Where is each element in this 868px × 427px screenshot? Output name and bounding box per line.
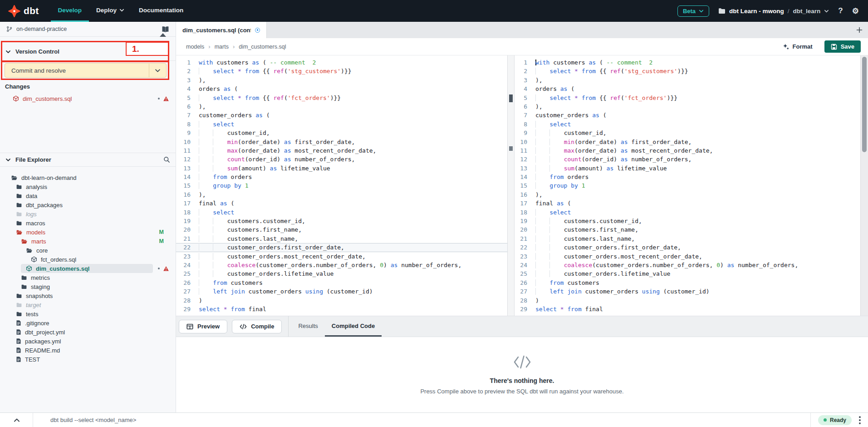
code-line-10[interactable]: 10 min(order_date) as first_order_date, xyxy=(515,138,860,146)
code-line-1[interactable]: 1with customers as ( -- comment 2 xyxy=(176,58,507,67)
code-line-17[interactable]: 17final as ( xyxy=(176,199,507,208)
code-line-23[interactable]: 23 customer_orders.most_recent_order_dat… xyxy=(176,252,507,261)
file-explorer-header[interactable]: File Explorer xyxy=(0,153,176,167)
breadcrumb-item[interactable]: marts xyxy=(215,44,229,50)
code-line-20[interactable]: 20 customers.first_name, xyxy=(515,225,860,234)
file-tree-item-packages-yml[interactable]: packages.yml xyxy=(0,337,176,346)
file-tree-item-readme-md[interactable]: README.md xyxy=(0,346,176,355)
code-line-4[interactable]: 4orders as ( xyxy=(176,84,507,93)
file-tree-item--gitignore[interactable]: .gitignore xyxy=(0,318,176,328)
vertical-scrollbar[interactable] xyxy=(860,55,868,316)
commit-and-resolve-button[interactable]: Commit and resolve xyxy=(5,63,167,78)
code-line-15[interactable]: 15 group by 1 xyxy=(176,181,507,190)
code-line-19[interactable]: 19 customers.customer_id, xyxy=(176,217,507,225)
compile-button[interactable]: Compile xyxy=(232,320,282,333)
code-pane-right[interactable]: 1with customers as ( -- comment 22 selec… xyxy=(515,55,860,316)
file-tree-item-dbt-packages[interactable]: dbt_packages xyxy=(0,200,176,209)
code-line-13[interactable]: 13 sum(amount) as lifetime_value xyxy=(176,164,507,173)
code-line-6[interactable]: 6), xyxy=(515,102,860,111)
file-tree-item-data[interactable]: data xyxy=(0,191,176,200)
code-line-9[interactable]: 9 customer_id, xyxy=(176,129,507,137)
code-line-4[interactable]: 4orders as ( xyxy=(515,84,860,93)
branch-selector[interactable]: on-demand-practice xyxy=(0,22,176,37)
command-input[interactable]: dbt build --select <model_name> xyxy=(50,417,136,423)
code-line-24[interactable]: 24 coalesce(customer_orders.number_of_or… xyxy=(176,261,507,269)
nav-item-develop[interactable]: Develop xyxy=(51,0,89,22)
file-tree-item-macros[interactable]: macros xyxy=(0,218,176,228)
file-tree-item-metrics[interactable]: metrics xyxy=(0,273,176,282)
beta-dropdown[interactable]: Beta xyxy=(677,5,709,17)
docs-book-icon[interactable] xyxy=(162,26,169,33)
code-line-2[interactable]: 2 select * from {{ ref('stg_customers')}… xyxy=(515,67,860,75)
file-tree-item-core[interactable]: core xyxy=(0,246,176,255)
collapse-panel-icon[interactable] xyxy=(14,418,20,422)
nav-item-documentation[interactable]: Documentation xyxy=(132,0,191,22)
code-line-22[interactable]: 22 customer_orders.first_order_date, xyxy=(176,243,507,252)
code-pane-left[interactable]: 1with customers as ( -- comment 22 selec… xyxy=(176,55,507,316)
code-line-28[interactable]: 28) xyxy=(515,296,860,305)
account-selector[interactable]: dbt Learn - mwong / dbt_learn xyxy=(718,8,829,15)
code-line-8[interactable]: 8 select xyxy=(515,120,860,129)
file-tree-item-target[interactable]: target xyxy=(0,300,176,309)
code-line-29[interactable]: 29select * from final xyxy=(515,305,860,313)
preview-button[interactable]: Preview xyxy=(179,320,227,333)
code-line-14[interactable]: 14 from orders xyxy=(176,173,507,181)
new-tab-button[interactable] xyxy=(856,22,868,38)
pane-divider-scrollbar[interactable] xyxy=(507,55,515,316)
code-line-25[interactable]: 25 customer_orders.lifetime_value xyxy=(515,269,860,278)
code-line-12[interactable]: 12 count(order_id) as number_of_orders, xyxy=(176,155,507,164)
code-line-18[interactable]: 18 select xyxy=(176,208,507,217)
commit-dropdown-toggle[interactable] xyxy=(149,64,166,77)
code-line-12[interactable]: 12 count(order_id) as number_of_orders, xyxy=(515,155,860,164)
file-tree-item-dim-customers-sql[interactable]: dim_customers.sql xyxy=(0,264,176,273)
scrollbar-thumb[interactable] xyxy=(509,146,513,151)
file-tree-item-test[interactable]: TEST xyxy=(0,355,176,364)
file-tree-item-dbt-learn-on-demand[interactable]: dbt-learn-on-demand xyxy=(0,173,176,182)
tab-results[interactable]: Results xyxy=(291,316,324,337)
file-tree-item-marts[interactable]: martsM xyxy=(0,237,176,246)
file-tree-item-dbt-project-yml[interactable]: dbt_project.yml xyxy=(0,328,176,337)
changed-file-row[interactable]: dim_customers.sql xyxy=(0,94,176,104)
code-line-27[interactable]: 27 left join customer_orders using (cust… xyxy=(515,287,860,296)
dbt-logo[interactable]: dbt xyxy=(0,0,51,22)
code-line-7[interactable]: 7customer_orders as ( xyxy=(176,111,507,119)
code-line-9[interactable]: 9 customer_id, xyxy=(515,129,860,137)
help-icon[interactable]: ? xyxy=(838,6,843,15)
code-line-7[interactable]: 7customer_orders as ( xyxy=(515,111,860,119)
code-line-29[interactable]: 29select * from final xyxy=(176,305,507,313)
code-line-11[interactable]: 11 max(order_date) as most_recent_order_… xyxy=(176,146,507,155)
code-line-18[interactable]: 18 select xyxy=(515,208,860,217)
code-line-2[interactable]: 2 select * from {{ ref('stg_customers')}… xyxy=(176,67,507,75)
code-line-3[interactable]: 3), xyxy=(176,76,507,84)
gear-icon[interactable]: ⚙ xyxy=(852,6,859,16)
code-line-28[interactable]: 28) xyxy=(176,296,507,305)
code-line-5[interactable]: 5 select * from {{ ref('fct_orders')}} xyxy=(176,94,507,102)
code-line-16[interactable]: 16), xyxy=(176,190,507,199)
code-line-6[interactable]: 6), xyxy=(176,102,507,111)
file-tree-item-logs[interactable]: logs xyxy=(0,209,176,218)
file-tree-item-snapshots[interactable]: snapshots xyxy=(0,291,176,300)
code-line-25[interactable]: 25 customer_orders.lifetime_value xyxy=(176,269,507,278)
code-line-21[interactable]: 21 customers.last_name, xyxy=(515,234,860,243)
code-line-19[interactable]: 19 customers.customer_id, xyxy=(515,217,860,225)
code-line-8[interactable]: 8 select xyxy=(176,120,507,129)
code-line-10[interactable]: 10 min(order_date) as first_order_date, xyxy=(176,138,507,146)
code-line-3[interactable]: 3), xyxy=(515,76,860,84)
save-button[interactable]: Save xyxy=(824,40,861,53)
breadcrumb-item[interactable]: dim_customers.sql xyxy=(239,44,286,50)
format-button[interactable]: Format xyxy=(783,43,813,50)
tab-compiled-code[interactable]: Compiled Code xyxy=(325,316,382,337)
code-line-16[interactable]: 16), xyxy=(515,190,860,199)
code-line-14[interactable]: 14 from orders xyxy=(515,173,860,181)
code-line-21[interactable]: 21 customers.last_name, xyxy=(176,234,507,243)
scrollbar-thumb[interactable] xyxy=(862,57,867,152)
code-line-17[interactable]: 17final as ( xyxy=(515,199,860,208)
file-tree-item-analysis[interactable]: analysis xyxy=(0,182,176,191)
file-tree-item-fct-orders-sql[interactable]: fct_orders.sql xyxy=(0,255,176,264)
code-line-15[interactable]: 15 group by 1 xyxy=(515,181,860,190)
search-icon[interactable] xyxy=(163,156,170,163)
code-line-5[interactable]: 5 select * from {{ ref('fct_orders')}} xyxy=(515,94,860,102)
code-line-20[interactable]: 20 customers.first_name, xyxy=(176,225,507,234)
file-tree-item-tests[interactable]: tests xyxy=(0,309,176,318)
scrollbar-thumb[interactable] xyxy=(509,94,513,102)
